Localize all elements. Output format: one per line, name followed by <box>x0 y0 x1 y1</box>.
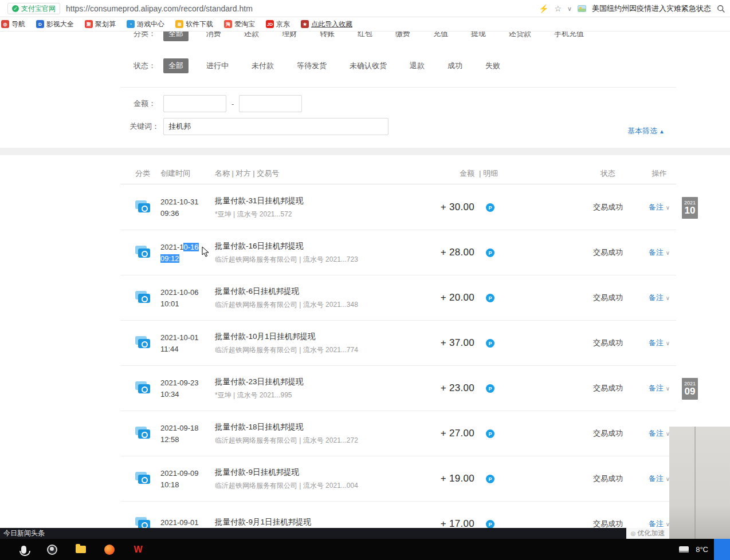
transactions-list: 2021-10-31 09:36 批量付款-31日挂机邦提现 *亚坤 | 流水号… <box>120 185 676 547</box>
status-tab[interactable]: 未付款 <box>246 58 279 73</box>
header-name: 名称 | 对方 | 交易号 <box>215 168 418 179</box>
remark-button[interactable]: 备注∨ <box>642 383 676 393</box>
wps-icon[interactable]: W <box>132 543 144 556</box>
bookmark-item[interactable]: ⊞ 软件下载 <box>175 19 213 29</box>
file-explorer-icon[interactable] <box>74 543 87 556</box>
status-label: 状态： <box>134 61 163 71</box>
remark-button[interactable]: 备注∨ <box>642 247 676 258</box>
microphone-icon[interactable] <box>17 543 30 556</box>
amount-max-input[interactable] <box>239 95 302 112</box>
chevron-down-icon: ∨ <box>666 250 670 256</box>
status-tab[interactable]: 等待发货 <box>292 58 332 73</box>
amount-range-dash: - <box>231 100 234 108</box>
temperature-readout[interactable]: 8°C <box>696 545 708 554</box>
detail-icon[interactable]: P <box>486 520 494 529</box>
news-ticker-label[interactable]: 今日新闻头条 <box>0 529 45 538</box>
amount-cell: + 23.00 <box>418 382 474 394</box>
category-tab[interactable]: 转账 <box>315 31 340 41</box>
chevron-down-icon: ∨ <box>666 340 670 346</box>
status-tab[interactable]: 退款 <box>405 58 430 73</box>
remark-button[interactable]: 备注∨ <box>642 338 676 348</box>
header-category: 分类 <box>120 168 160 179</box>
bookmark-item[interactable]: D 影视大全 <box>36 19 74 29</box>
order-party: 临沂超铁网络服务有限公司 | 流水号 2021...004 <box>215 481 418 491</box>
amount-filter: 金额： - <box>134 95 302 112</box>
order-title[interactable]: 批量付款-9日挂机邦提现 <box>215 467 418 478</box>
news-thumbnail-icon[interactable] <box>578 5 586 12</box>
speed-boost-button[interactable]: ◎ 优化加速 <box>626 528 669 539</box>
detail-icon[interactable]: P <box>486 475 494 483</box>
category-tab[interactable]: 缴费 <box>390 31 415 41</box>
remark-button[interactable]: 备注∨ <box>642 293 676 303</box>
url-field[interactable]: https://consumeprod.alipay.com/record/st… <box>66 4 253 13</box>
bookmark-item[interactable]: JD 京东 <box>266 19 290 29</box>
status-tab[interactable]: 进行中 <box>201 58 234 73</box>
news-headline[interactable]: 美国纽约州因疫情进入灾难紧急状态 <box>592 3 711 14</box>
amount-min-input[interactable] <box>163 95 226 112</box>
detail-icon[interactable]: P <box>486 294 494 302</box>
amount-cell: + 19.00 <box>418 473 474 484</box>
month-badge: 2021 09 <box>682 378 698 400</box>
category-tab[interactable]: 全部 <box>163 31 189 41</box>
category-tab[interactable]: 消费 <box>201 31 226 41</box>
keyword-input[interactable] <box>163 118 388 135</box>
bookmark-icon: 淘 <box>224 20 232 28</box>
chevron-down-icon[interactable]: ∨ <box>567 5 572 13</box>
alipay-records-page: 分类： 全部 消费 还款 理财 转账 红包 缴费 充值 <box>0 31 730 560</box>
bookmark-item[interactable]: 淘 爱淘宝 <box>224 19 255 29</box>
created-time-cell: 2021-10-01 11:44 <box>160 333 215 353</box>
site-verified-badge[interactable]: ✓ 支付宝官网 <box>7 3 60 14</box>
remark-button[interactable]: 备注∨ <box>642 202 676 212</box>
order-title[interactable]: 批量付款-9月1日挂机邦提现 <box>215 517 418 527</box>
search-icon[interactable] <box>717 5 725 13</box>
detail-icon[interactable]: P <box>486 203 494 212</box>
bookmark-item[interactable]: 聚 聚划算 <box>85 19 116 29</box>
order-title[interactable]: 批量付款-18日挂机邦提现 <box>215 422 418 432</box>
detail-icon[interactable]: P <box>486 429 494 438</box>
batch-payment-icon <box>135 291 150 303</box>
bookmark-item[interactable]: ◔ 游戏中心 <box>127 19 164 29</box>
browser-app-icon[interactable] <box>103 543 116 556</box>
detail-icon[interactable]: P <box>486 339 494 348</box>
created-time-cell: 2021-09-23 10:34 <box>160 378 215 399</box>
order-title[interactable]: 批量付款-10月1日挂机邦提现 <box>215 332 418 342</box>
status-cell: 交易成功 <box>574 428 642 439</box>
batch-payment-icon <box>135 336 150 349</box>
category-tab[interactable]: 红包 <box>352 31 378 41</box>
order-title[interactable]: 批量付款-23日挂机邦提现 <box>215 377 418 387</box>
category-tab[interactable]: 还款 <box>239 31 264 41</box>
weather-widget[interactable] <box>714 539 730 560</box>
bookmark-icon: ◎ <box>1 20 9 28</box>
order-title[interactable]: 批量付款-31日挂机邦提现 <box>215 196 418 206</box>
windows-taskbar: W 8°C <box>0 539 730 560</box>
status-tab[interactable]: 成功 <box>442 58 468 73</box>
category-tab[interactable]: 充值 <box>428 31 453 41</box>
news-ticker-bar: 今日新闻头条 ◎ 优化加速 <box>0 528 730 539</box>
bookmark-item[interactable]: ◎ 导航 <box>1 19 25 29</box>
bookmark-item[interactable]: ★ 点此导入收藏 <box>301 19 352 29</box>
status-tab[interactable]: 失败 <box>480 58 505 73</box>
keyword-filter: 关键词： <box>129 118 388 135</box>
category-tab[interactable]: 理财 <box>277 31 302 41</box>
status-tab[interactable]: 未确认收货 <box>344 58 392 73</box>
order-party: 临沂超铁网络服务有限公司 | 流水号 2021...774 <box>215 345 418 355</box>
category-tab[interactable]: 提现 <box>466 31 491 41</box>
order-title[interactable]: 批量付款-16日挂机邦提现 <box>215 241 418 251</box>
detail-icon[interactable]: P <box>486 249 494 257</box>
header-detail: | 明细 <box>474 168 574 179</box>
status-tab[interactable]: 全部 <box>163 58 189 73</box>
header-created: 创建时间 <box>160 168 215 179</box>
category-tab[interactable]: 手机充值 <box>549 31 589 41</box>
status-cell: 交易成功 <box>574 293 642 303</box>
basic-filter-toggle[interactable]: 基本筛选▲ <box>627 126 665 136</box>
obs-icon[interactable] <box>46 543 58 556</box>
detail-icon[interactable]: P <box>486 384 494 393</box>
keyboard-icon[interactable] <box>679 546 689 553</box>
lightning-icon[interactable]: ⚡ <box>539 5 548 13</box>
order-title[interactable]: 批量付款-6日挂机邦提现 <box>215 286 418 297</box>
star-bookmark-icon[interactable]: ☆ <box>554 5 562 13</box>
category-tab[interactable]: 还贷款 <box>504 31 536 41</box>
category-label: 分类： <box>134 31 163 39</box>
month-badge: 2021 10 <box>682 197 698 219</box>
table-row: 2021-09-18 12:58 批量付款-18日挂机邦提现 临沂超铁网络服务有… <box>120 411 676 456</box>
